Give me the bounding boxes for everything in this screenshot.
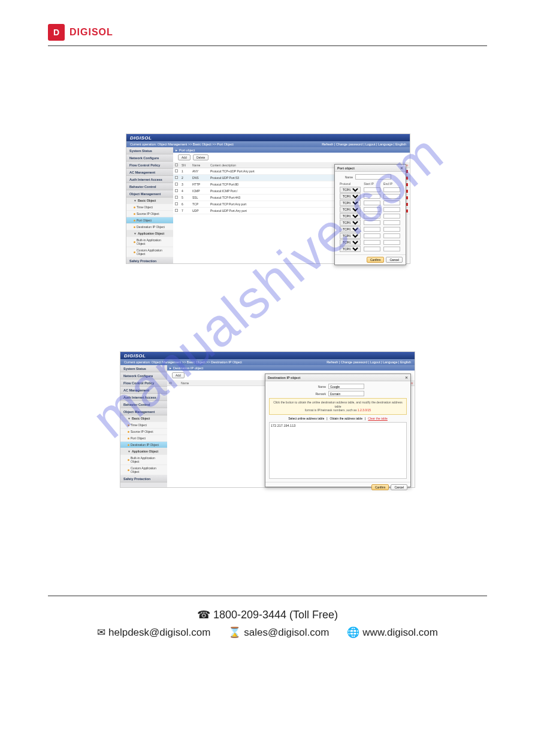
start-ip-input[interactable]: [364, 227, 380, 232]
obtain-table-button[interactable]: Obtain the address table: [330, 417, 362, 420]
checkbox[interactable]: [175, 183, 178, 186]
sidebar-item[interactable]: Time Object: [120, 422, 167, 429]
checkbox[interactable]: [175, 189, 178, 192]
remark-label: Remark: [312, 392, 326, 396]
sidebar-item[interactable]: Custom Application Object: [126, 247, 173, 257]
ip-textarea[interactable]: 172.217.194.113: [269, 422, 407, 479]
sidebar-heading[interactable]: AC Management: [126, 169, 173, 176]
end-ip-input[interactable]: [383, 247, 400, 251]
footer-helpdesk: ✉ helpdesk@digisol.com: [97, 626, 210, 639]
sidebar-item[interactable]: Destination IP Object: [126, 224, 173, 230]
protocol-row: TCP/UDP: [338, 219, 402, 226]
sidebar-group[interactable]: ▼ Application Object: [120, 448, 167, 455]
cell-sn: 5: [180, 195, 191, 201]
start-ip-input[interactable]: [364, 220, 380, 225]
checkbox[interactable]: [175, 209, 178, 212]
end-ip-input[interactable]: [383, 240, 400, 245]
end-ip-input[interactable]: [383, 233, 400, 238]
sidebar-heading[interactable]: Flow Control Policy: [120, 379, 167, 387]
start-ip-input[interactable]: [364, 240, 380, 245]
sidebar-heading[interactable]: System Status: [126, 147, 173, 154]
sidebar-heading[interactable]: Safety Protection: [120, 475, 167, 482]
page-header: D DIGISOL: [48, 24, 487, 41]
delete-button[interactable]: Delete: [193, 154, 208, 160]
sidebar-heading[interactable]: Network Configure: [126, 154, 173, 162]
start-ip-input[interactable]: [364, 187, 380, 192]
sidebar-heading[interactable]: Auth Internet Access: [126, 176, 173, 183]
confirm-button[interactable]: Confirm: [371, 484, 389, 490]
protocol-select[interactable]: TCP/UDP: [340, 220, 361, 226]
checkbox[interactable]: [175, 196, 178, 199]
sidebar-group[interactable]: ▼ Basic Object: [126, 198, 173, 204]
end-ip-input[interactable]: [383, 220, 400, 225]
panel-title: Destination IP object: [173, 366, 203, 370]
cell-name: DNS: [191, 175, 208, 181]
sidebar-heading[interactable]: Behavior Control: [126, 183, 173, 190]
sidebar-heading[interactable]: Object Management: [120, 408, 167, 415]
add-button[interactable]: Add: [172, 372, 185, 378]
sidebar-heading[interactable]: Flow Control Policy: [126, 162, 173, 169]
protocol-select[interactable]: TCP/UDP: [340, 193, 361, 199]
sidebar-heading[interactable]: Object Management: [126, 190, 173, 198]
sidebar-heading[interactable]: Behavior Control: [120, 401, 167, 408]
end-ip-input[interactable]: [383, 194, 400, 199]
top-links[interactable]: Refresh | Change password | Logout | Lan…: [322, 142, 406, 146]
end-ip-input[interactable]: [383, 207, 400, 212]
sidebar-group[interactable]: ▼ Basic Object: [120, 415, 167, 422]
cancel-button[interactable]: Cancel: [386, 257, 403, 263]
checkbox[interactable]: [175, 176, 178, 179]
sidebar-item[interactable]: Source IP Object: [120, 429, 167, 435]
close-icon[interactable]: ✕: [400, 166, 403, 170]
start-ip-input[interactable]: [364, 233, 380, 238]
sidebar-item[interactable]: Built-in Application Object: [120, 455, 167, 465]
protocol-select[interactable]: TCP/UDP: [340, 200, 361, 206]
protocol-select[interactable]: TCP/UDP: [340, 233, 361, 239]
sidebar-item[interactable]: Time Object: [126, 204, 173, 211]
protocol-select[interactable]: TCP/UDP: [340, 246, 361, 252]
sidebar-group[interactable]: ▼ Application Object: [126, 230, 173, 237]
sidebar-heading[interactable]: Safety Protection: [126, 257, 173, 263]
content-area: ▸Port object Add Delete SNNameContent de…: [173, 147, 410, 263]
tip-line1: Click the button to obtain the online de…: [271, 400, 404, 408]
add-button[interactable]: Add: [178, 154, 191, 160]
protocol-row: TCP/UDP: [338, 206, 402, 212]
cancel-button[interactable]: Cancel: [391, 484, 407, 490]
end-ip-input[interactable]: [383, 227, 400, 232]
end-ip-input[interactable]: [383, 187, 400, 192]
clear-table-link[interactable]: Clear the table: [368, 417, 388, 420]
sidebar-item[interactable]: Custom Application Object: [120, 465, 167, 475]
close-icon[interactable]: ✕: [405, 375, 408, 379]
helpdesk-text: helpdesk@digisol.com: [108, 627, 210, 639]
sidebar-item-selected[interactable]: Destination IP Object: [120, 442, 167, 448]
sidebar-item[interactable]: Port Object: [120, 435, 167, 442]
sidebar-heading[interactable]: AC Management: [120, 387, 167, 394]
name-input[interactable]: [355, 174, 391, 180]
select-table-button[interactable]: Select online address table: [288, 417, 324, 420]
top-links[interactable]: Refresh | Change password | Logout | Lan…: [327, 360, 411, 364]
sidebar-item[interactable]: Source IP Object: [126, 211, 173, 217]
protocol-select[interactable]: TCP/UDP: [340, 213, 361, 219]
start-ip-input[interactable]: [364, 194, 380, 199]
start-ip-input[interactable]: [364, 207, 380, 212]
start-ip-input[interactable]: [364, 201, 380, 205]
end-ip-input[interactable]: [383, 201, 400, 205]
sidebar-item[interactable]: Built-in Application Object: [126, 237, 173, 247]
cell-name: TCP: [191, 201, 208, 208]
sidebar-heading[interactable]: System Status: [120, 365, 167, 372]
confirm-button[interactable]: Confirm: [367, 257, 385, 263]
protocol-select[interactable]: TCP/UDP: [340, 207, 361, 212]
protocol-select[interactable]: TCP/UDP: [340, 187, 361, 193]
checkbox[interactable]: [175, 169, 178, 172]
remark-input[interactable]: [328, 391, 364, 396]
name-input[interactable]: [328, 384, 364, 389]
checkbox[interactable]: [175, 202, 178, 205]
protocol-select[interactable]: TCP/UDP: [340, 239, 361, 245]
protocol-select[interactable]: TCP/UDP: [340, 226, 361, 232]
start-ip-input[interactable]: [364, 214, 380, 218]
sidebar-heading[interactable]: Auth Internet Access: [120, 394, 167, 401]
sidebar-item-selected[interactable]: Port Object: [126, 217, 173, 224]
start-ip-input[interactable]: [364, 247, 380, 251]
tip-box: Click the button to obtain the online de…: [269, 398, 407, 415]
sidebar-heading[interactable]: Network Configure: [120, 372, 167, 379]
end-ip-input[interactable]: [383, 214, 400, 218]
